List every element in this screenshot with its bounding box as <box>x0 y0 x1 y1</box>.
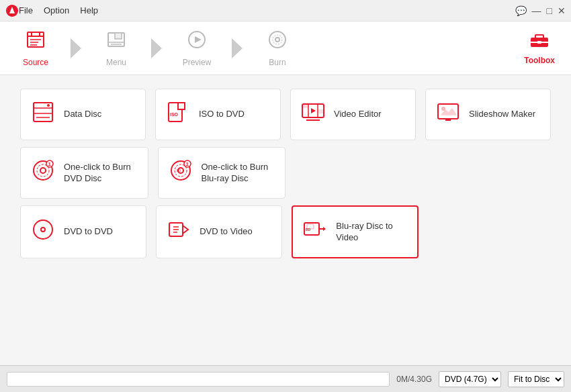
option-menu[interactable]: Option <box>44 5 69 15</box>
svg-rect-22 <box>535 35 543 39</box>
svg-marker-39 <box>311 108 316 113</box>
video-editor-card[interactable]: Video Editor <box>290 89 416 140</box>
minimize-button[interactable]: — <box>532 5 541 16</box>
slideshow-maker-label: Slideshow Maker <box>469 109 535 120</box>
tools-row-1: Data Disc ISO ISO to DVD <box>20 89 551 140</box>
oneclick-dvd-label: One-click to Burn DVD Disc <box>64 162 138 185</box>
oneclick-bluray-icon: 1 BD <box>168 158 193 187</box>
preview-label: Preview <box>183 58 212 67</box>
tools-row-3: DVD to DVD DVD to Video BD <box>20 205 419 258</box>
data-disc-card[interactable]: Data Disc <box>20 89 146 140</box>
toolbar-preview[interactable]: Preview <box>167 24 227 72</box>
menu-label: Menu <box>106 58 126 67</box>
dvd-to-video-label: DVD to Video <box>200 226 253 238</box>
oneclick-bluray-label: One-click to Burn Blu-ray Disc <box>202 162 276 185</box>
video-editor-icon <box>300 100 326 129</box>
svg-marker-58 <box>183 226 188 234</box>
svg-rect-24 <box>537 41 541 44</box>
dvd-to-video-card[interactable]: DVD to Video <box>156 205 282 258</box>
oneclick-bluray-card[interactable]: 1 BD One-click to Burn Blu-ray Disc <box>158 147 286 199</box>
svg-text:BD: BD <box>306 228 311 232</box>
svg-marker-14 <box>151 38 162 58</box>
svg-point-56 <box>41 228 45 232</box>
burn-label: Burn <box>269 58 286 67</box>
window-controls: 💬 — □ ✕ <box>515 5 566 16</box>
svg-marker-9 <box>71 38 81 58</box>
toolbar: Source Menu Preview <box>0 21 571 75</box>
svg-text:1: 1 <box>48 161 52 167</box>
bluray-to-video-icon: BD <box>302 217 328 246</box>
svg-point-19 <box>275 38 279 42</box>
oneclick-dvd-icon: 1 <box>30 158 56 187</box>
data-disc-icon <box>30 100 56 129</box>
svg-point-20 <box>273 35 282 44</box>
svg-point-18 <box>269 32 286 48</box>
dvd-size-select[interactable]: DVD (4.7G) DVD (8.5G) <box>439 371 501 387</box>
source-icon <box>25 29 46 55</box>
dvd-to-dvd-label: DVD to DVD <box>64 226 113 238</box>
size-label: 0M/4.30G <box>396 375 432 384</box>
toolbar-burn[interactable]: Burn <box>247 24 308 72</box>
burn-icon <box>267 29 288 55</box>
toolbox-button[interactable]: Toolbox <box>513 26 566 70</box>
svg-rect-36 <box>302 104 308 108</box>
dvd-to-dvd-icon <box>30 217 56 246</box>
video-editor-label: Video Editor <box>334 109 382 120</box>
iso-to-dvd-icon: ISO <box>165 100 191 129</box>
app-icon <box>5 4 19 17</box>
title-bar: File Option Help 💬 — □ ✕ <box>0 0 571 21</box>
source-label: Source <box>23 58 48 67</box>
svg-point-45 <box>40 168 46 173</box>
menu-icon <box>105 29 127 55</box>
svg-point-42 <box>442 107 445 111</box>
svg-rect-40 <box>438 104 458 119</box>
main-content: Data Disc ISO ISO to DVD <box>0 75 571 365</box>
chat-icon[interactable]: 💬 <box>515 5 527 16</box>
file-menu[interactable]: File <box>19 5 33 15</box>
bottom-bar: 0M/4.30G DVD (4.7G) DVD (8.5G) Fit to Di… <box>0 365 571 392</box>
toolbox-label: Toolbox <box>524 56 555 65</box>
svg-text:ISO: ISO <box>170 112 179 117</box>
preview-icon <box>186 29 208 55</box>
fit-select[interactable]: Fit to Disc Custom <box>508 371 564 387</box>
svg-marker-17 <box>232 38 243 58</box>
dvd-to-dvd-card[interactable]: DVD to DVD <box>20 205 146 258</box>
progress-bar <box>7 372 390 387</box>
svg-rect-11 <box>115 33 122 39</box>
svg-text:1: 1 <box>185 161 189 167</box>
toolbar-source[interactable]: Source <box>5 24 66 72</box>
toolbox-icon <box>529 31 550 53</box>
tools-row-2: 1 One-click to Burn DVD Disc 1 BD One-cl… <box>20 147 286 199</box>
iso-to-dvd-card[interactable]: ISO ISO to DVD <box>155 89 281 140</box>
svg-point-55 <box>34 220 52 239</box>
svg-marker-16 <box>195 36 202 43</box>
arrow-1 <box>66 24 86 72</box>
close-button[interactable]: ✕ <box>558 5 566 16</box>
slideshow-maker-icon <box>435 100 461 129</box>
toolbar-menu[interactable]: Menu <box>86 24 146 72</box>
svg-point-29 <box>47 104 50 107</box>
dvd-to-video-icon <box>166 217 191 246</box>
svg-marker-65 <box>323 227 326 231</box>
slideshow-maker-card[interactable]: Slideshow Maker <box>425 89 551 140</box>
menu-bar: File Option Help <box>19 5 98 15</box>
bluray-to-video-label: Blu-ray Disc to Video <box>336 221 407 244</box>
help-menu[interactable]: Help <box>80 5 98 15</box>
svg-rect-37 <box>318 109 324 113</box>
oneclick-dvd-card[interactable]: 1 One-click to Burn DVD Disc <box>20 147 148 199</box>
arrow-3 <box>227 24 247 72</box>
maximize-button[interactable]: □ <box>547 5 552 16</box>
svg-text:BD: BD <box>177 169 181 173</box>
iso-to-dvd-label: ISO to DVD <box>199 109 245 120</box>
bluray-to-video-card[interactable]: BD Blu-ray Disc to Video <box>292 205 418 258</box>
data-disc-label: Data Disc <box>64 109 101 120</box>
arrow-2 <box>146 24 167 72</box>
